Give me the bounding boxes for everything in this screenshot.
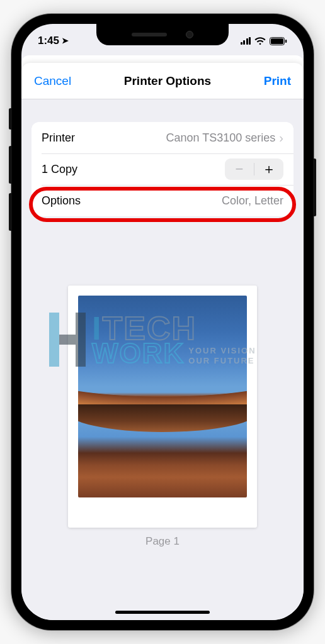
preview-area: Page 1 <box>21 286 304 548</box>
power-button <box>313 158 316 216</box>
status-right <box>241 33 288 45</box>
settings-group: Printer Canon TS3100 series › 1 Copy − ＋ <box>31 122 294 216</box>
preview-photo <box>78 296 247 497</box>
copies-stepper: − ＋ <box>225 158 283 180</box>
copies-increment-button[interactable]: ＋ <box>254 158 283 180</box>
options-value: Color, Letter <box>222 194 283 208</box>
device-frame: 1:45 ➤ <box>11 14 314 630</box>
status-left: 1:45 ➤ <box>38 31 69 47</box>
mute-switch <box>9 108 12 130</box>
print-button[interactable]: Print <box>264 74 291 88</box>
copies-decrement-button[interactable]: − <box>225 158 254 180</box>
wifi-icon <box>254 37 266 45</box>
copies-row: 1 Copy − ＋ <box>31 153 294 185</box>
copies-label: 1 Copy <box>42 163 77 176</box>
content-area[interactable]: Printer Canon TS3100 series › 1 Copy − ＋ <box>21 99 304 620</box>
printer-row[interactable]: Printer Canon TS3100 series › <box>31 122 294 153</box>
battery-icon <box>270 37 287 45</box>
status-time: 1:45 <box>38 35 59 47</box>
options-label: Options <box>42 194 81 208</box>
preview-caption: Page 1 <box>145 535 180 548</box>
location-services-icon: ➤ <box>62 36 69 45</box>
screen: 1:45 ➤ <box>21 24 304 620</box>
home-indicator[interactable] <box>115 611 210 614</box>
preview-page-1[interactable] <box>68 286 257 528</box>
printer-options-sheet: Cancel Printer Options Print Printer Can… <box>21 63 304 620</box>
svg-rect-2 <box>285 40 287 43</box>
page-title: Printer Options <box>124 74 211 88</box>
volume-down-button <box>9 193 12 231</box>
front-camera <box>186 31 193 38</box>
speaker-grille <box>132 33 167 36</box>
nav-bar: Cancel Printer Options Print <box>21 63 304 99</box>
volume-up-button <box>9 146 12 184</box>
notch <box>96 24 229 45</box>
printer-value: Canon TS3100 series <box>166 131 276 145</box>
cellular-signal-icon <box>241 37 251 45</box>
printer-label: Printer <box>42 131 75 145</box>
chevron-right-icon: › <box>279 131 283 145</box>
svg-rect-1 <box>271 38 283 44</box>
cancel-button[interactable]: Cancel <box>34 74 71 88</box>
options-row[interactable]: Options Color, Letter <box>31 185 294 216</box>
